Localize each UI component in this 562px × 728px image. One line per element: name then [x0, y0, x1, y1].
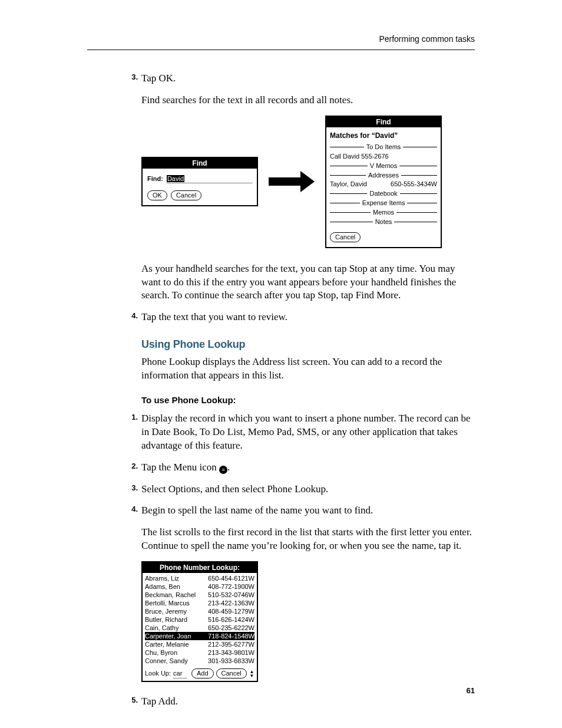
- list-item[interactable]: Cain, Cathy650-235-6222W: [145, 624, 254, 632]
- subsection-heading: To use Phone Lookup:: [141, 394, 475, 406]
- body-text: As your handheld searches for the text, …: [141, 262, 475, 303]
- section-divider: V Memos: [330, 162, 437, 170]
- list-item[interactable]: Beckman, Rachel510-532-0746W: [145, 591, 254, 599]
- result-line[interactable]: Call David 555-2676: [330, 152, 437, 161]
- section-divider: Memos: [330, 208, 437, 217]
- section-divider: Notes: [330, 218, 437, 226]
- page-number: 61: [467, 686, 475, 695]
- section-divider: Datebook: [330, 189, 437, 198]
- step-text: Tap OK.: [141, 73, 176, 84]
- step-number: 4.: [127, 311, 138, 321]
- find-dialog: Find Find: David OK Cancel: [141, 157, 258, 206]
- figure-row: Find Find: David OK Cancel: [141, 116, 475, 248]
- step-text: Tap the text that you want to review.: [141, 311, 287, 322]
- lookup-input[interactable]: car: [173, 669, 187, 678]
- header-rule: [87, 50, 475, 50]
- phone-lookup-dialog: Phone Number Lookup: Abrams, Liz650-454-…: [141, 561, 258, 682]
- result-line[interactable]: Taylor, David 650-555-3434W: [330, 180, 437, 189]
- step-text: Select Options, and then select Phone Lo…: [141, 483, 328, 495]
- section-divider: Expense Items: [330, 199, 437, 207]
- find-label: Find:: [147, 174, 163, 183]
- list-item[interactable]: Bertolli, Marcus213-422-1363W: [145, 599, 254, 607]
- cancel-button[interactable]: Cancel: [171, 190, 201, 200]
- list-item[interactable]: Conner, Sandy301-933-6833W: [145, 657, 254, 665]
- section-divider: To Do Items: [330, 143, 437, 151]
- list-item[interactable]: Carpenter, Joan718-824-1548W: [145, 632, 254, 640]
- running-head: Performing common tasks: [379, 34, 475, 44]
- list-item[interactable]: Butler, Richard516-626-1424W: [145, 615, 254, 624]
- step-text: Tap the Menu icon ≡.: [141, 462, 230, 473]
- step-text: Tap Add.: [141, 696, 178, 707]
- body-text: Phone Lookup displays the Address list s…: [141, 355, 475, 383]
- step-number: 5.: [127, 695, 138, 706]
- lookup-label: Look Up:: [145, 669, 171, 678]
- find-results-dialog: Find Matches for “David” To Do Items Cal…: [325, 116, 442, 248]
- step-number: 3.: [127, 483, 138, 493]
- find-input-value: David: [167, 175, 184, 182]
- step-number: 3.: [127, 72, 138, 83]
- arrow-icon: [269, 171, 315, 192]
- dialog-title: Phone Number Lookup:: [143, 562, 257, 573]
- cancel-button[interactable]: Cancel: [216, 668, 247, 678]
- scroll-arrows-icon[interactable]: ▲▼: [249, 670, 254, 678]
- step-number: 2.: [127, 461, 138, 472]
- body-text: The list scrolls to the first record in …: [141, 526, 475, 553]
- step-number: 1.: [127, 412, 138, 423]
- list-item[interactable]: Chu, Byron213-343-9801W: [145, 648, 254, 657]
- list-item[interactable]: Carter, Melanie212-395-6277W: [145, 640, 254, 648]
- dialog-title: Find: [143, 158, 257, 169]
- find-input[interactable]: David: [167, 174, 252, 183]
- add-button[interactable]: Add: [191, 668, 214, 678]
- list-item[interactable]: Abrams, Liz650-454-6121W: [145, 574, 254, 582]
- step-text: Display the record in which you want to …: [141, 413, 471, 451]
- matches-heading: Matches for “David”: [330, 131, 437, 140]
- section-divider: Addresses: [330, 171, 437, 180]
- cancel-button[interactable]: Cancel: [330, 232, 361, 242]
- dialog-title: Find: [326, 117, 441, 127]
- ok-button[interactable]: OK: [147, 190, 167, 200]
- step-text: Begin to spell the last name of the name…: [141, 505, 373, 516]
- list-item[interactable]: Bruce, Jeremy408-459-1279W: [145, 607, 254, 615]
- menu-icon: ≡: [219, 466, 227, 474]
- body-text: Find searches for the text in all record…: [141, 94, 475, 107]
- list-item[interactable]: Adams, Ben408-772-1900W: [145, 582, 254, 591]
- step-number: 4.: [127, 504, 138, 515]
- section-heading: Using Phone Lookup: [141, 337, 475, 351]
